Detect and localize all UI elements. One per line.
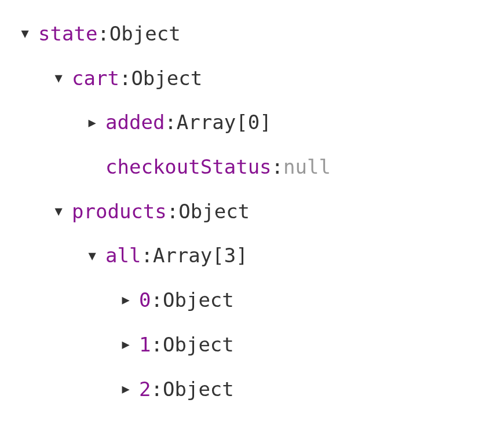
tree-row[interactable]: products: Object	[17, 189, 492, 234]
chevron-down-icon[interactable]	[17, 24, 32, 43]
tree-row[interactable]: checkoutStatus: null	[17, 145, 492, 189]
colon: :	[119, 63, 131, 94]
property-key: products	[72, 196, 167, 227]
property-value: Object	[131, 63, 202, 94]
colon: :	[272, 152, 283, 182]
tree-row[interactable]: state: Object	[17, 12, 492, 56]
tree-row[interactable]: added: Array[0]	[17, 100, 492, 145]
tree-row[interactable]: 2: Object	[17, 367, 492, 412]
property-value: Object	[163, 285, 234, 316]
chevron-right-icon[interactable]	[118, 335, 133, 354]
property-value: Array[0]	[177, 107, 272, 138]
colon: :	[151, 329, 162, 360]
colon: :	[151, 374, 162, 405]
colon: :	[167, 196, 178, 227]
chevron-down-icon[interactable]	[51, 68, 66, 88]
property-key: 2	[139, 374, 151, 405]
property-value: Object	[178, 196, 250, 227]
property-key: state	[38, 19, 97, 49]
chevron-right-icon[interactable]	[85, 113, 100, 133]
object-tree: state: Objectcart: Objectadded: Array[0]…	[17, 12, 492, 411]
property-value: Object	[163, 329, 234, 360]
property-key: 0	[139, 285, 151, 316]
property-key: added	[105, 107, 165, 138]
property-value: Array[3]	[153, 240, 248, 271]
chevron-down-icon[interactable]	[51, 201, 66, 221]
property-key: cart	[72, 63, 119, 94]
colon: :	[151, 285, 162, 316]
colon: :	[141, 240, 152, 271]
tree-row[interactable]: 1: Object	[17, 323, 492, 367]
colon: :	[97, 19, 109, 49]
chevron-right-icon[interactable]	[118, 379, 133, 399]
tree-row[interactable]: cart: Object	[17, 56, 492, 101]
colon: :	[165, 107, 176, 138]
property-value: Object	[163, 374, 234, 405]
tree-row[interactable]: all: Array[3]	[17, 233, 492, 278]
property-key: 1	[139, 329, 151, 360]
property-value: null	[283, 152, 331, 182]
property-value: Object	[109, 19, 181, 49]
chevron-right-icon[interactable]	[118, 290, 133, 310]
chevron-down-icon[interactable]	[85, 246, 100, 266]
property-key: checkoutStatus	[105, 152, 272, 182]
property-key: all	[105, 240, 141, 271]
tree-row[interactable]: 0: Object	[17, 278, 492, 323]
